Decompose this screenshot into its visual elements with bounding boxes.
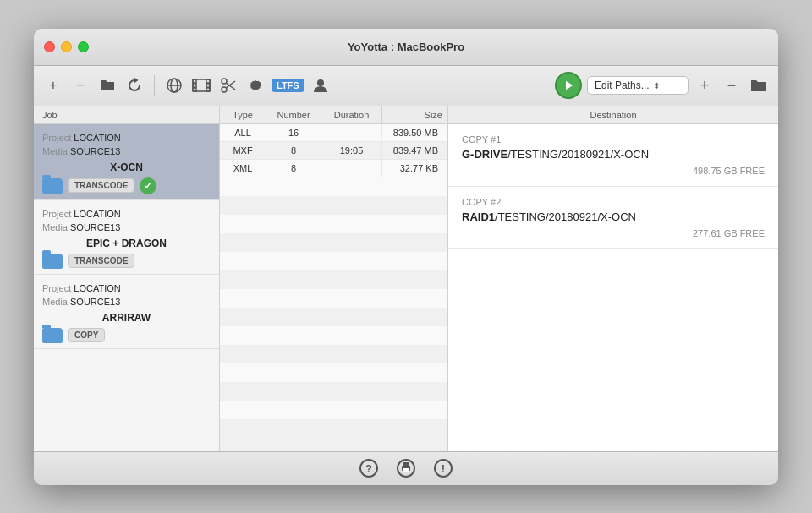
traffic-lights bbox=[44, 41, 89, 52]
svg-rect-5 bbox=[193, 84, 196, 87]
type-header: Type bbox=[220, 106, 266, 123]
svg-rect-9 bbox=[206, 88, 210, 91]
check-icon: ✓ bbox=[140, 177, 156, 194]
copy-1-path: G-DRIVE/TESTING/20180921/X-OCN bbox=[462, 148, 765, 161]
maximize-button[interactable] bbox=[78, 41, 89, 52]
data-row: MXF 8 19:05 839.47 MB bbox=[220, 142, 447, 160]
bottom-bar: ? ! bbox=[34, 451, 778, 485]
film-icon[interactable] bbox=[190, 74, 212, 96]
titlebar: YoYotta : MacBookPro bbox=[34, 29, 778, 66]
svg-rect-16 bbox=[403, 462, 409, 466]
job-list: Project LOCATION Media SOURCE13 X-OCN TR… bbox=[34, 124, 220, 451]
print-icon bbox=[397, 459, 415, 478]
edit-paths-dropdown[interactable]: Edit Paths... ⬍ bbox=[587, 76, 689, 95]
job-type-badge: TRANSCODE bbox=[68, 178, 134, 193]
remove-job-button[interactable]: − bbox=[69, 74, 91, 96]
copy-1-free: 498.75 GB FREE bbox=[462, 166, 765, 176]
ltfs-badge[interactable]: LTFS bbox=[272, 79, 304, 92]
toolbar-right: Edit Paths... ⬍ + − bbox=[555, 72, 770, 99]
number-header: Number bbox=[266, 106, 321, 123]
job-header: Job bbox=[34, 106, 220, 123]
destination-folder-icon[interactable] bbox=[748, 74, 770, 96]
svg-rect-3 bbox=[193, 79, 210, 91]
destination-header: Destination bbox=[448, 106, 778, 123]
settings-icon[interactable] bbox=[244, 74, 266, 96]
add-destination-button[interactable]: + bbox=[694, 74, 716, 96]
copy-block-2: COPY #2 RAID1/TESTING/20180921/X-OCN 277… bbox=[448, 187, 778, 249]
main-window: YoYotta : MacBookPro + − bbox=[34, 29, 778, 485]
copy-1-label: COPY #1 bbox=[462, 134, 765, 145]
copy-2-free: 277.61 GB FREE bbox=[462, 228, 765, 238]
alert-icon: ! bbox=[434, 459, 453, 478]
window-title: YoYotta : MacBookPro bbox=[348, 41, 464, 53]
job-item[interactable]: Project LOCATION Media SOURCE13 EPIC + D… bbox=[34, 200, 219, 275]
svg-rect-8 bbox=[206, 84, 210, 87]
job-folder-icon[interactable] bbox=[42, 178, 63, 194]
alert-button[interactable]: ! bbox=[433, 458, 453, 478]
svg-rect-4 bbox=[193, 79, 196, 83]
data-row: XML 8 32.77 KB bbox=[220, 160, 447, 177]
empty-rows bbox=[220, 177, 447, 431]
job-folder-icon[interactable] bbox=[42, 328, 63, 343]
data-row: ALL 16 839.50 MB bbox=[220, 124, 447, 142]
minimize-button[interactable] bbox=[61, 41, 72, 52]
svg-rect-7 bbox=[206, 79, 210, 83]
copy-2-label: COPY #2 bbox=[462, 197, 765, 207]
svg-point-14 bbox=[317, 79, 324, 86]
remove-destination-button[interactable]: − bbox=[721, 74, 743, 96]
refresh-icon[interactable] bbox=[123, 74, 145, 96]
close-button[interactable] bbox=[44, 41, 55, 52]
job-type-badge: TRANSCODE bbox=[68, 254, 134, 268]
job-folder-icon[interactable] bbox=[42, 254, 63, 269]
folder-icon[interactable] bbox=[96, 74, 118, 96]
job-item[interactable]: Project LOCATION Media SOURCE13 ARRIRAW … bbox=[34, 275, 219, 349]
svg-rect-17 bbox=[403, 468, 409, 472]
help-icon: ? bbox=[359, 459, 378, 478]
add-job-button[interactable]: + bbox=[42, 74, 64, 96]
go-button[interactable] bbox=[555, 72, 582, 99]
job-type-badge: COPY bbox=[68, 328, 105, 342]
copy-2-path: RAID1/TESTING/20180921/X-OCN bbox=[462, 210, 765, 223]
user-icon[interactable] bbox=[310, 74, 332, 96]
separator-1 bbox=[154, 75, 155, 96]
print-button[interactable] bbox=[396, 458, 416, 478]
destination-panel: COPY #1 G-DRIVE/TESTING/20180921/X-OCN 4… bbox=[448, 124, 778, 451]
dropdown-arrow: ⬍ bbox=[653, 81, 660, 90]
toolbar: + − bbox=[34, 66, 778, 106]
svg-rect-6 bbox=[193, 88, 196, 91]
data-table: ALL 16 839.50 MB MXF 8 19:05 839.47 MB X… bbox=[220, 124, 448, 451]
duration-header: Duration bbox=[321, 106, 382, 123]
edit-paths-label: Edit Paths... bbox=[595, 79, 650, 91]
copy-block-1: COPY #1 G-DRIVE/TESTING/20180921/X-OCN 4… bbox=[448, 124, 778, 187]
scissors-icon[interactable] bbox=[217, 74, 239, 96]
job-item[interactable]: Project LOCATION Media SOURCE13 X-OCN TR… bbox=[34, 124, 219, 200]
globe-icon[interactable] bbox=[163, 74, 185, 96]
size-header: Size bbox=[382, 106, 448, 123]
help-button[interactable]: ? bbox=[359, 458, 379, 478]
